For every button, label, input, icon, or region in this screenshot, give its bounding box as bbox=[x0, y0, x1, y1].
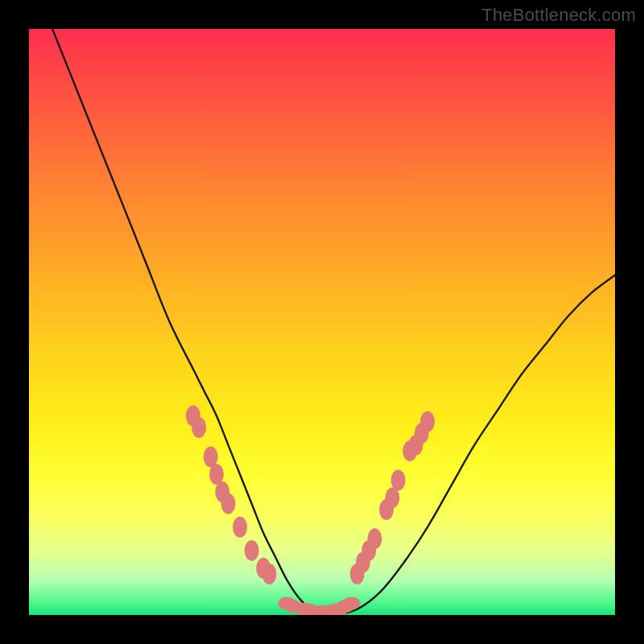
chart-frame: TheBottleneck.com bbox=[0, 0, 644, 644]
bottleneck-curve bbox=[52, 29, 615, 615]
plot-area bbox=[29, 29, 615, 615]
markers-bottom bbox=[278, 597, 360, 615]
data-marker bbox=[233, 517, 247, 538]
data-marker bbox=[221, 493, 236, 514]
watermark-text: TheBottleneck.com bbox=[481, 5, 636, 26]
data-marker bbox=[192, 417, 206, 438]
markers-left bbox=[186, 405, 277, 584]
data-marker bbox=[342, 597, 360, 609]
data-marker bbox=[420, 411, 435, 432]
data-marker bbox=[245, 540, 259, 561]
data-marker bbox=[391, 470, 406, 491]
markers-right bbox=[350, 411, 435, 584]
data-marker bbox=[262, 564, 276, 584]
curve-svg bbox=[29, 29, 615, 615]
data-marker bbox=[368, 528, 382, 549]
